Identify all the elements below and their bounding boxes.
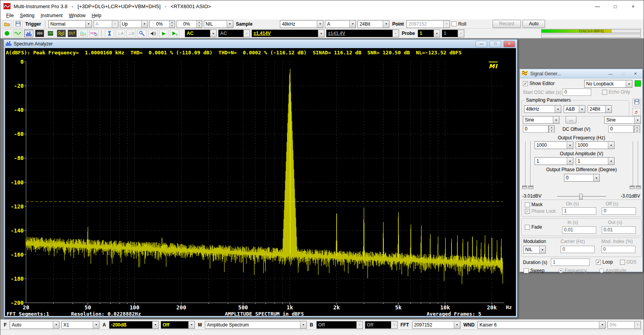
reference-b-icon[interactable]: ⊥B	[127, 30, 136, 37]
output-on-button[interactable]	[635, 80, 641, 87]
hold-icon[interactable]	[105, 30, 114, 37]
spectrum-maximize-button[interactable]: □	[490, 41, 501, 47]
spectrum-close-button[interactable]: ×	[503, 41, 515, 47]
fade-out-input[interactable]: 0.01	[602, 226, 636, 234]
sweep-checkbox[interactable]: Sweep	[524, 268, 545, 273]
menu-setting[interactable]: Setting	[17, 13, 37, 18]
level-b-slider-handle[interactable]	[636, 186, 641, 189]
dut-icon[interactable]: DUT	[68, 30, 77, 37]
sample-channel-select[interactable]: A▼	[325, 20, 356, 28]
frequency-axis-select[interactable]: Auto▼	[10, 321, 59, 329]
a-range-select[interactable]: -200dB▼	[109, 321, 159, 329]
mask-off-input[interactable]: 0	[602, 207, 636, 215]
range-b-select[interactable]: ±141.4V▼	[326, 30, 399, 37]
slider-track[interactable]	[633, 141, 634, 187]
echo-only-checkbox[interactable]: Echo Only	[602, 89, 630, 95]
spectrum-window-titlebar[interactable]: Spectrum Analyzer — □ ×	[4, 40, 517, 48]
reference-a-icon[interactable]: ⊥A	[116, 30, 125, 37]
loopback-select[interactable]: No Loopback▼	[584, 80, 632, 88]
siggen-rate-select[interactable]: 48kHz▼	[524, 105, 561, 113]
menu-help[interactable]: Help	[89, 13, 104, 18]
frequency-a-select[interactable]: 1000▼	[535, 141, 573, 149]
window-function-select[interactable]: Kaiser 6▼	[477, 321, 606, 329]
range-a-select[interactable]: ±1.414V▼	[252, 30, 325, 37]
coupling-b-select[interactable]: AC▼	[218, 30, 250, 37]
spectrum-minimize-button[interactable]: —	[476, 41, 487, 47]
multimeter-icon[interactable]: 000	[35, 30, 44, 37]
a-mode-select[interactable]: Off▼	[161, 321, 195, 329]
siggen-minimize-button[interactable]: —	[606, 71, 616, 76]
carrier-input[interactable]: 0	[561, 246, 595, 253]
phase-lock-checkbox[interactable]: Phase Lock	[525, 208, 556, 214]
save-icon[interactable]	[13, 20, 23, 28]
music-notes-icon[interactable]: ♬	[632, 108, 641, 116]
b-range-select[interactable]: Off▼	[316, 321, 363, 329]
siggen-channels-select[interactable]: A&B▼	[564, 105, 585, 113]
open-icon[interactable]	[2, 20, 12, 28]
start-osc-input[interactable]: 0	[562, 89, 591, 96]
spectrum-plot[interactable]: MI Hz FFT Segments:1 Resolution: 0.02288…	[5, 57, 516, 317]
fade-checkbox[interactable]: Fade	[525, 224, 542, 230]
signal-generator-titlebar[interactable]: Signal Gener... — □ ×	[520, 69, 642, 78]
coupling-a-select[interactable]: AC▼	[185, 30, 217, 37]
phase-select[interactable]: 0▼	[564, 174, 600, 182]
waveform-a-select[interactable]: Sine▼	[523, 116, 559, 124]
sound-icon[interactable]	[148, 30, 158, 37]
point-select[interactable]: 2097152▼	[406, 20, 450, 28]
trigger-hpf-select[interactable]: NIL▼	[204, 20, 233, 28]
fade-in-input[interactable]: 0.01	[562, 226, 596, 234]
balance-slider-thumb[interactable]	[579, 194, 583, 200]
close-button[interactable]: ×	[626, 3, 641, 9]
trigger-mode-select[interactable]: Normal▼	[49, 20, 92, 28]
mask-on-input[interactable]: 1	[562, 207, 596, 215]
level-a-slider-handle[interactable]	[528, 186, 533, 189]
trigger-edge-select[interactable]: Up▼	[120, 20, 148, 28]
modulation-type-select[interactable]: NIL▼	[523, 246, 546, 253]
mod-index-input[interactable]: 0	[601, 246, 635, 253]
probe-b-select[interactable]: 1▼	[442, 30, 464, 37]
overlap-select[interactable]: 0%▼	[608, 321, 641, 329]
duration-input[interactable]: 1	[551, 259, 590, 266]
menu-file[interactable]: File	[3, 13, 16, 18]
siggen-bits-select[interactable]: 24Bit▼	[588, 105, 612, 113]
loop-checkbox[interactable]: Loop	[596, 259, 613, 265]
roll-checkbox[interactable]: Roll	[451, 21, 466, 27]
dc-offset-b-spinner[interactable]: ▲▼	[634, 125, 640, 133]
trigger-source-select[interactable]: A▼	[94, 20, 118, 28]
spectrum-3d-icon[interactable]	[78, 30, 88, 37]
amplitude-b-select[interactable]: 1▼	[576, 157, 614, 165]
menu-instrument[interactable]: Instrument	[38, 13, 66, 18]
level-a-slider-handle[interactable]	[522, 186, 527, 189]
sweep-frequency-radio[interactable]: Frequency	[559, 268, 587, 273]
save-wave-button[interactable]	[632, 99, 641, 106]
dc-offset-b-input[interactable]: 0	[608, 125, 634, 133]
level-b-slider-handle[interactable]	[630, 186, 635, 189]
menu-window[interactable]: Window	[66, 13, 88, 18]
auto-button[interactable]: Auto	[522, 20, 545, 28]
waveform-b-select[interactable]: Sine▼	[604, 116, 641, 124]
siggen-close-button[interactable]: ×	[630, 71, 641, 76]
spectrum-analyzer-icon[interactable]	[24, 30, 33, 37]
sample-bits-select[interactable]: 24Bit▼	[358, 20, 389, 28]
device-test-plan-icon[interactable]	[46, 30, 55, 37]
waveform-icon[interactable]	[13, 30, 23, 37]
show-editor-checkbox[interactable]: Show Editor	[523, 81, 555, 86]
run-icon[interactable]: ▶	[159, 30, 168, 37]
signal-generator-icon[interactable]	[57, 30, 66, 37]
mask-checkbox[interactable]: Mask	[525, 202, 543, 207]
oscilloscope-icon[interactable]	[2, 30, 12, 37]
trigger-level-spinner[interactable]: 0%▲▼	[149, 20, 175, 28]
fft-size-select[interactable]: 2097152▼	[412, 321, 460, 329]
b-mode-select[interactable]: Off▼	[365, 321, 398, 329]
dc-offset-a-input[interactable]: 0	[523, 125, 549, 133]
slider-track[interactable]	[525, 141, 526, 187]
slider-track[interactable]	[530, 141, 531, 187]
record-button[interactable]: Record	[493, 20, 521, 28]
amplitude-a-select[interactable]: 1▼	[535, 157, 573, 165]
run-single-icon[interactable]	[170, 30, 179, 37]
maximize-button[interactable]: □	[608, 3, 623, 9]
wave-editor-button[interactable]: ...	[566, 116, 576, 123]
ddp-viewer-icon[interactable]: DDP	[89, 30, 99, 37]
probe-a-select[interactable]: 1▼	[418, 30, 440, 37]
slider-track[interactable]	[638, 141, 639, 187]
